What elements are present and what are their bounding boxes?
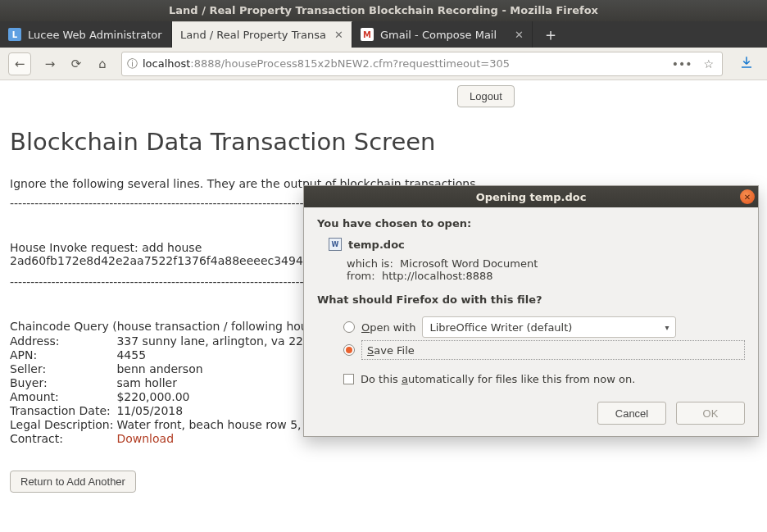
save-file-option[interactable]: Save File [343,339,745,361]
downloads-button[interactable] [734,55,759,73]
arrow-left-icon: ← [15,57,25,71]
tab-favicon-gmail: M [361,28,374,41]
dialog-file-row: W temp.doc [329,238,745,251]
open-with-select[interactable]: LibreOffice Writer (default) ▾ [422,316,676,338]
chevron-down-icon: ▾ [665,323,669,332]
row-val: Water front, beach house row 5, nw [116,418,326,432]
close-icon[interactable]: ✕ [334,29,343,41]
download-link[interactable]: Download [116,432,174,445]
return-button[interactable]: Return to Add Another [10,471,136,493]
nav-toolbar: ← → ⟳ ⌂ ⓘ localhost:8888/houseProcess815… [0,48,767,80]
forward-button: → [43,57,57,71]
table-row: Contract:Download [10,432,326,446]
radio-save-file[interactable] [343,344,355,356]
tab-gmail[interactable]: M Gmail - Compose Mail ✕ [352,21,533,48]
dialog-filename: temp.doc [348,239,405,251]
radio-open-with[interactable] [343,321,355,333]
table-row: Seller:benn anderson [10,362,326,376]
dialog-question: What should Firefox do with this file? [317,293,745,306]
close-icon[interactable]: ✕ [740,189,755,204]
cancel-button[interactable]: Cancel [597,402,666,425]
row-key: Transaction Date: [10,404,116,418]
table-row: Legal Description:Water front, beach hou… [10,418,326,432]
logout-button[interactable]: Logout [457,85,515,107]
row-key: Seller: [10,362,116,376]
auto-label: Do this automatically for files like thi… [361,373,635,385]
tab-label: Land / Real Property Transa [180,29,328,41]
row-key: Buyer: [10,376,116,390]
dialog-from: from: http://localhost:8888 [347,270,745,282]
page-actions-icon[interactable]: ••• [672,57,692,70]
ok-button[interactable]: OK [676,402,745,425]
open-with-label: Open with [361,321,415,334]
row-key: APN: [10,348,116,362]
tab-label: Gmail - Compose Mail [380,29,508,41]
auto-checkbox-row[interactable]: Do this automatically for files like thi… [343,373,745,385]
tab-favicon-lucee: L [8,28,21,41]
dialog-titlebar: Opening temp.doc ✕ [304,186,758,207]
row-val: benn anderson [116,362,326,376]
properties-table: Address:337 sunny lane, arlington, va 22… [10,334,326,446]
row-key: Amount: [10,390,116,404]
row-val: 11/05/2018 [116,404,326,418]
row-key: Contract: [10,432,116,446]
tab-strip: L Lucee Web Administrator Land / Real Pr… [0,21,767,48]
page-title: Blockchain Data Transaction Screen [10,128,757,156]
back-button[interactable]: ← [8,52,31,75]
home-button[interactable]: ⌂ [95,57,110,71]
table-row: APN:4455 [10,348,326,362]
bookmark-icon[interactable]: ☆ [703,57,714,70]
select-value: LibreOffice Writer (default) [429,321,572,334]
row-key: Address: [10,334,116,348]
row-val: $220,000.00 [116,390,326,404]
reload-icon: ⟳ [71,57,82,71]
tab-lucee[interactable]: L Lucee Web Administrator [0,21,172,48]
tab-land[interactable]: Land / Real Property Transa ✕ [172,21,352,48]
table-row: Amount:$220,000.00 [10,390,326,404]
row-val: sam holler [116,376,326,390]
table-row: Address:337 sunny lane, arlington, va 22… [10,334,326,348]
info-icon[interactable]: ⓘ [127,57,138,71]
row-val: 337 sunny lane, arlington, va 2220 [116,334,326,348]
doc-file-icon: W [329,238,342,251]
dialog-intro: You have chosen to open: [317,217,745,230]
save-file-label-box: Save File [361,340,745,360]
reload-button[interactable]: ⟳ [69,57,84,71]
arrow-right-icon: → [45,57,56,71]
download-arrow-icon [739,55,754,70]
table-row: Buyer:sam holler [10,376,326,390]
dialog-which-is: which is: Microsoft Word Document [347,257,745,270]
window-title: Land / Real Property Transaction Blockch… [0,0,767,21]
table-row: Transaction Date:11/05/2018 [10,404,326,418]
url-bar[interactable]: ⓘ localhost:8888/houseProcess815x2bNEW2.… [121,52,723,76]
open-with-option[interactable]: Open with LibreOffice Writer (default) ▾ [343,316,745,339]
row-key: Legal Description: [10,418,116,432]
open-file-dialog: Opening temp.doc ✕ You have chosen to op… [303,185,759,437]
row-val: 4455 [116,348,326,362]
new-tab-button[interactable]: ＋ [533,21,569,48]
tab-label: Lucee Web Administrator [28,29,163,41]
home-icon: ⌂ [98,57,107,71]
close-icon[interactable]: ✕ [515,29,524,41]
auto-checkbox[interactable] [343,374,354,384]
url-text: localhost:8888/houseProcess815x2bNEW2.cf… [143,57,667,70]
